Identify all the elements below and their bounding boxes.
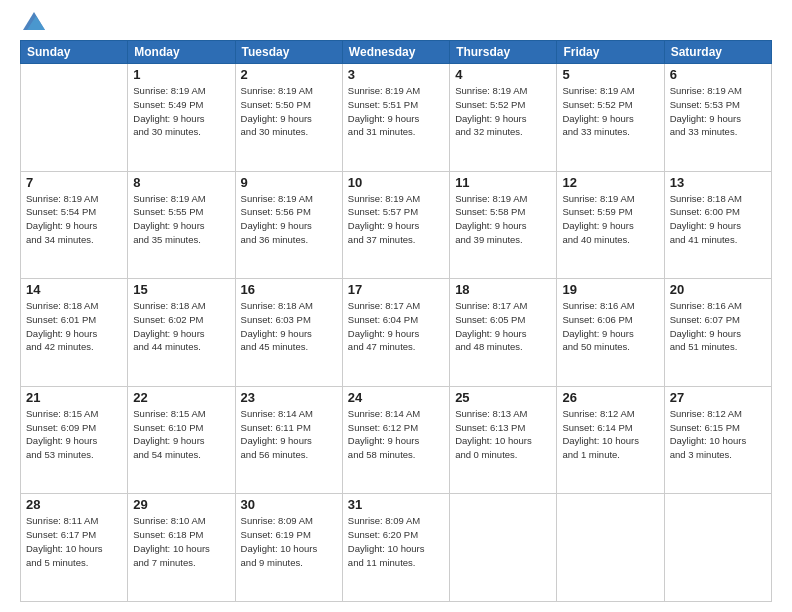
day-number: 7 (26, 175, 122, 190)
weekday-header-monday: Monday (128, 41, 235, 64)
calendar-cell: 5Sunrise: 8:19 AMSunset: 5:52 PMDaylight… (557, 64, 664, 172)
day-info: Sunrise: 8:19 AMSunset: 5:58 PMDaylight:… (455, 192, 551, 247)
calendar-cell: 18Sunrise: 8:17 AMSunset: 6:05 PMDayligh… (450, 279, 557, 387)
calendar-cell: 4Sunrise: 8:19 AMSunset: 5:52 PMDaylight… (450, 64, 557, 172)
calendar-cell: 24Sunrise: 8:14 AMSunset: 6:12 PMDayligh… (342, 386, 449, 494)
day-info: Sunrise: 8:17 AMSunset: 6:05 PMDaylight:… (455, 299, 551, 354)
weekday-header-thursday: Thursday (450, 41, 557, 64)
day-number: 10 (348, 175, 444, 190)
day-number: 13 (670, 175, 766, 190)
day-number: 18 (455, 282, 551, 297)
calendar-cell: 16Sunrise: 8:18 AMSunset: 6:03 PMDayligh… (235, 279, 342, 387)
day-info: Sunrise: 8:16 AMSunset: 6:07 PMDaylight:… (670, 299, 766, 354)
day-info: Sunrise: 8:18 AMSunset: 6:02 PMDaylight:… (133, 299, 229, 354)
week-row-3: 14Sunrise: 8:18 AMSunset: 6:01 PMDayligh… (21, 279, 772, 387)
weekday-header-friday: Friday (557, 41, 664, 64)
day-number: 27 (670, 390, 766, 405)
day-info: Sunrise: 8:19 AMSunset: 5:55 PMDaylight:… (133, 192, 229, 247)
day-info: Sunrise: 8:14 AMSunset: 6:12 PMDaylight:… (348, 407, 444, 462)
week-row-4: 21Sunrise: 8:15 AMSunset: 6:09 PMDayligh… (21, 386, 772, 494)
day-number: 2 (241, 67, 337, 82)
calendar-cell: 13Sunrise: 8:18 AMSunset: 6:00 PMDayligh… (664, 171, 771, 279)
day-number: 17 (348, 282, 444, 297)
calendar-cell: 23Sunrise: 8:14 AMSunset: 6:11 PMDayligh… (235, 386, 342, 494)
day-info: Sunrise: 8:18 AMSunset: 6:00 PMDaylight:… (670, 192, 766, 247)
calendar-cell: 29Sunrise: 8:10 AMSunset: 6:18 PMDayligh… (128, 494, 235, 602)
day-number: 30 (241, 497, 337, 512)
week-row-2: 7Sunrise: 8:19 AMSunset: 5:54 PMDaylight… (21, 171, 772, 279)
day-info: Sunrise: 8:18 AMSunset: 6:01 PMDaylight:… (26, 299, 122, 354)
day-info: Sunrise: 8:12 AMSunset: 6:14 PMDaylight:… (562, 407, 658, 462)
day-number: 31 (348, 497, 444, 512)
calendar-cell: 15Sunrise: 8:18 AMSunset: 6:02 PMDayligh… (128, 279, 235, 387)
calendar-cell: 17Sunrise: 8:17 AMSunset: 6:04 PMDayligh… (342, 279, 449, 387)
day-info: Sunrise: 8:13 AMSunset: 6:13 PMDaylight:… (455, 407, 551, 462)
day-number: 26 (562, 390, 658, 405)
day-info: Sunrise: 8:15 AMSunset: 6:10 PMDaylight:… (133, 407, 229, 462)
weekday-header-saturday: Saturday (664, 41, 771, 64)
day-number: 19 (562, 282, 658, 297)
weekday-header-wednesday: Wednesday (342, 41, 449, 64)
calendar-cell: 1Sunrise: 8:19 AMSunset: 5:49 PMDaylight… (128, 64, 235, 172)
day-number: 9 (241, 175, 337, 190)
day-info: Sunrise: 8:09 AMSunset: 6:19 PMDaylight:… (241, 514, 337, 569)
day-number: 11 (455, 175, 551, 190)
day-number: 28 (26, 497, 122, 512)
calendar-cell: 31Sunrise: 8:09 AMSunset: 6:20 PMDayligh… (342, 494, 449, 602)
day-info: Sunrise: 8:19 AMSunset: 5:52 PMDaylight:… (562, 84, 658, 139)
calendar-cell: 21Sunrise: 8:15 AMSunset: 6:09 PMDayligh… (21, 386, 128, 494)
day-number: 12 (562, 175, 658, 190)
day-info: Sunrise: 8:19 AMSunset: 5:57 PMDaylight:… (348, 192, 444, 247)
week-row-1: 1Sunrise: 8:19 AMSunset: 5:49 PMDaylight… (21, 64, 772, 172)
day-info: Sunrise: 8:18 AMSunset: 6:03 PMDaylight:… (241, 299, 337, 354)
day-number: 20 (670, 282, 766, 297)
day-number: 23 (241, 390, 337, 405)
calendar-cell: 27Sunrise: 8:12 AMSunset: 6:15 PMDayligh… (664, 386, 771, 494)
day-info: Sunrise: 8:15 AMSunset: 6:09 PMDaylight:… (26, 407, 122, 462)
calendar-cell: 19Sunrise: 8:16 AMSunset: 6:06 PMDayligh… (557, 279, 664, 387)
day-info: Sunrise: 8:11 AMSunset: 6:17 PMDaylight:… (26, 514, 122, 569)
day-number: 1 (133, 67, 229, 82)
calendar-cell (664, 494, 771, 602)
calendar-cell: 2Sunrise: 8:19 AMSunset: 5:50 PMDaylight… (235, 64, 342, 172)
calendar-cell: 3Sunrise: 8:19 AMSunset: 5:51 PMDaylight… (342, 64, 449, 172)
calendar-cell: 14Sunrise: 8:18 AMSunset: 6:01 PMDayligh… (21, 279, 128, 387)
calendar-cell: 7Sunrise: 8:19 AMSunset: 5:54 PMDaylight… (21, 171, 128, 279)
calendar-cell: 11Sunrise: 8:19 AMSunset: 5:58 PMDayligh… (450, 171, 557, 279)
day-number: 8 (133, 175, 229, 190)
calendar-cell: 8Sunrise: 8:19 AMSunset: 5:55 PMDaylight… (128, 171, 235, 279)
calendar-cell: 12Sunrise: 8:19 AMSunset: 5:59 PMDayligh… (557, 171, 664, 279)
calendar-cell (557, 494, 664, 602)
calendar-cell: 6Sunrise: 8:19 AMSunset: 5:53 PMDaylight… (664, 64, 771, 172)
calendar-cell: 22Sunrise: 8:15 AMSunset: 6:10 PMDayligh… (128, 386, 235, 494)
weekday-header-sunday: Sunday (21, 41, 128, 64)
week-row-5: 28Sunrise: 8:11 AMSunset: 6:17 PMDayligh… (21, 494, 772, 602)
day-info: Sunrise: 8:19 AMSunset: 5:50 PMDaylight:… (241, 84, 337, 139)
day-number: 15 (133, 282, 229, 297)
day-info: Sunrise: 8:19 AMSunset: 5:59 PMDaylight:… (562, 192, 658, 247)
day-number: 14 (26, 282, 122, 297)
day-info: Sunrise: 8:19 AMSunset: 5:53 PMDaylight:… (670, 84, 766, 139)
day-number: 5 (562, 67, 658, 82)
day-info: Sunrise: 8:19 AMSunset: 5:56 PMDaylight:… (241, 192, 337, 247)
day-number: 4 (455, 67, 551, 82)
calendar-cell: 9Sunrise: 8:19 AMSunset: 5:56 PMDaylight… (235, 171, 342, 279)
day-info: Sunrise: 8:19 AMSunset: 5:51 PMDaylight:… (348, 84, 444, 139)
calendar-cell: 25Sunrise: 8:13 AMSunset: 6:13 PMDayligh… (450, 386, 557, 494)
day-info: Sunrise: 8:19 AMSunset: 5:54 PMDaylight:… (26, 192, 122, 247)
calendar-cell: 30Sunrise: 8:09 AMSunset: 6:19 PMDayligh… (235, 494, 342, 602)
calendar-cell (21, 64, 128, 172)
calendar-table: SundayMondayTuesdayWednesdayThursdayFrid… (20, 40, 772, 602)
day-info: Sunrise: 8:10 AMSunset: 6:18 PMDaylight:… (133, 514, 229, 569)
day-number: 22 (133, 390, 229, 405)
day-info: Sunrise: 8:12 AMSunset: 6:15 PMDaylight:… (670, 407, 766, 462)
day-info: Sunrise: 8:09 AMSunset: 6:20 PMDaylight:… (348, 514, 444, 569)
day-info: Sunrise: 8:19 AMSunset: 5:49 PMDaylight:… (133, 84, 229, 139)
page: SundayMondayTuesdayWednesdayThursdayFrid… (0, 0, 792, 612)
day-number: 25 (455, 390, 551, 405)
calendar-cell (450, 494, 557, 602)
calendar-cell: 28Sunrise: 8:11 AMSunset: 6:17 PMDayligh… (21, 494, 128, 602)
day-number: 24 (348, 390, 444, 405)
calendar-cell: 20Sunrise: 8:16 AMSunset: 6:07 PMDayligh… (664, 279, 771, 387)
day-info: Sunrise: 8:19 AMSunset: 5:52 PMDaylight:… (455, 84, 551, 139)
